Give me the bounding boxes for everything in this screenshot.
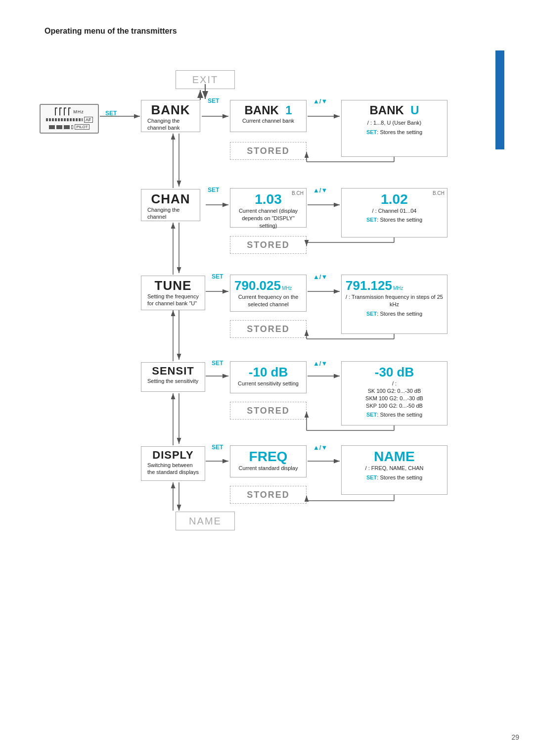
disply-menu-box: DISPLY Switching between the standard di… [141, 446, 205, 481]
banku-box: BANK U / : 1...8, U (User Bank) SET: Sto… [341, 100, 447, 157]
updown-label-bank: ▲/▼ [313, 97, 327, 105]
bank1-desc: Current channel bank [234, 117, 302, 125]
tune-menu-box: TUNE Setting the frequency for channel b… [141, 276, 205, 310]
sensit-mid-box: -10 dB Current sensitivity setting [230, 361, 307, 393]
set-label-device: SET [105, 110, 117, 117]
set-label-tune: SET [212, 273, 223, 280]
name-bottom-box: NAME [176, 512, 235, 530]
set-label-sensit: SET [212, 360, 223, 367]
stored-sensit: STORED [230, 402, 307, 420]
updown-label-tune: ▲/▼ [313, 273, 327, 281]
set-label-bank: SET [208, 97, 219, 104]
bank-desc: Changing the channel bank [145, 117, 196, 132]
bank-title: BANK [145, 103, 196, 116]
chan-mid-box: B.CH 1.03 Current channel (display depen… [230, 188, 307, 228]
sensit-right-box: -30 dB / : SK 100 G2: 0...-30 dB SKM 100… [341, 361, 447, 425]
chan-right-box: B.CH 1.02 / : Channel 01...04 SET: Store… [341, 188, 447, 237]
page-title: Operating menu of the transmitters [44, 27, 534, 36]
stored-disply: STORED [230, 486, 307, 504]
device-display: ⎡⎡⎡⎡ MHz AF PILOT [40, 104, 99, 134]
set-label-disply: SET [212, 444, 223, 451]
updown-label-sensit: ▲/▼ [313, 360, 327, 367]
blue-bar [495, 50, 504, 149]
tune-mid-box: 790.025 MHz Current frequency on the sel… [230, 275, 307, 312]
page-number: 29 [511, 733, 519, 741]
bank1-box: BANK 1 Current channel bank [230, 100, 307, 132]
stored-tune: STORED [230, 320, 307, 338]
updown-label-chan: ▲/▼ [313, 187, 327, 194]
tune-right-box: 791.125 MHz / : Transmission frequency i… [341, 275, 447, 334]
exit-box: EXIT [176, 70, 235, 89]
disply-right-box: NAME / : FREQ, NAME, CHAN SET: Stores th… [341, 445, 447, 495]
updown-label-disply: ▲/▼ [313, 444, 327, 451]
set-label-chan: SET [208, 187, 219, 193]
stored-chan: STORED [230, 236, 307, 254]
disply-mid-box: FREQ Current standard display [230, 445, 307, 477]
stored-bank: STORED [230, 142, 307, 160]
chan-menu-box: CHAN Changing the channel [141, 189, 200, 221]
sensit-menu-box: SENSIT Setting the sensitivity [141, 362, 205, 392]
bank-menu-box: BANK Changing the channel bank [141, 100, 200, 132]
